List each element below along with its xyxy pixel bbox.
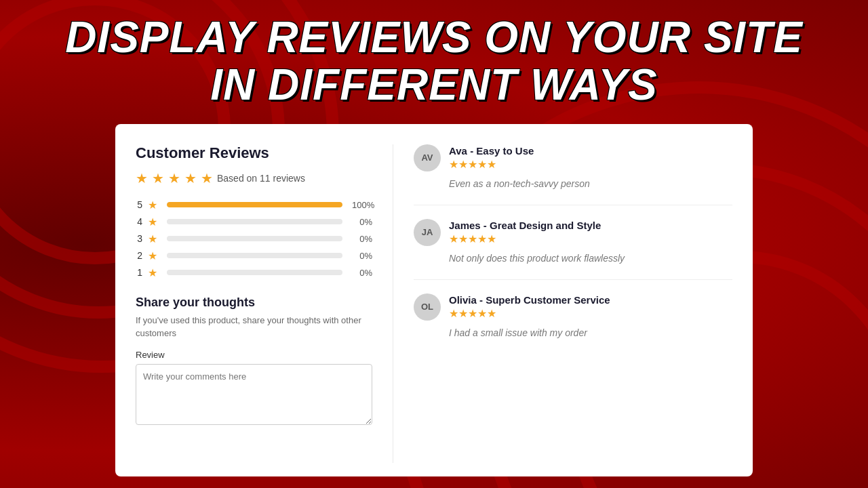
reviewer-stars: ★★★★★ bbox=[449, 307, 610, 320]
overall-stars-row: ★ ★ ★ ★ ★ Based on 11 reviews bbox=[136, 170, 372, 186]
review-label: Review bbox=[136, 350, 372, 360]
pct-label: 0% bbox=[352, 234, 372, 244]
review-star: ★ bbox=[468, 159, 477, 170]
right-panel: AV Ava - Easy to Use ★★★★★ Even as a non… bbox=[393, 144, 732, 463]
reviewer-name: Ava - Easy to Use bbox=[449, 145, 534, 157]
star-5: ★ bbox=[201, 170, 213, 186]
review-textarea[interactable] bbox=[136, 364, 372, 425]
review-star: ★ bbox=[449, 308, 458, 319]
rating-row: 1 ★ 0% bbox=[136, 266, 372, 279]
review-star: ★ bbox=[449, 233, 458, 245]
bar-fill bbox=[167, 202, 342, 207]
bar-track bbox=[167, 202, 342, 207]
reviewer-stars: ★★★★★ bbox=[449, 232, 601, 245]
review-star: ★ bbox=[477, 308, 487, 319]
rating-row: 3 ★ 0% bbox=[136, 232, 372, 245]
pct-label: 0% bbox=[352, 217, 372, 227]
share-section: Share your thoughts If you've used this … bbox=[136, 296, 372, 428]
review-item: OL Olivia - Superb Customer Service ★★★★… bbox=[414, 293, 732, 354]
reviews-heading: Customer Reviews bbox=[136, 144, 372, 162]
reviewer-info: Ava - Easy to Use ★★★★★ bbox=[449, 145, 534, 171]
star-3: ★ bbox=[168, 170, 180, 186]
review-star: ★ bbox=[477, 233, 487, 245]
left-panel: Customer Reviews ★ ★ ★ ★ ★ Based on 11 r… bbox=[136, 144, 393, 463]
rating-num: 1 bbox=[136, 267, 142, 278]
content-card: Customer Reviews ★ ★ ★ ★ ★ Based on 11 r… bbox=[115, 124, 753, 476]
review-star: ★ bbox=[487, 308, 496, 319]
reviewer-info: James - Great Design and Style ★★★★★ bbox=[449, 220, 601, 245]
review-item: AV Ava - Easy to Use ★★★★★ Even as a non… bbox=[414, 144, 732, 205]
rating-num: 5 bbox=[136, 199, 142, 210]
rating-num: 4 bbox=[136, 216, 142, 227]
rating-star: ★ bbox=[148, 199, 157, 211]
review-star: ★ bbox=[468, 233, 477, 245]
review-star: ★ bbox=[449, 159, 458, 170]
rating-num: 2 bbox=[136, 250, 142, 261]
review-excerpt: Not only does this product work flawless… bbox=[414, 251, 732, 266]
page-title: DISPLAY REVIEWS ON YOUR SITE IN DIFFEREN… bbox=[65, 14, 803, 109]
bar-track bbox=[167, 253, 342, 258]
rating-star: ★ bbox=[148, 216, 157, 228]
avatar: JA bbox=[414, 219, 441, 246]
reviewer-stars: ★★★★★ bbox=[449, 158, 534, 171]
rating-star: ★ bbox=[148, 266, 157, 279]
review-star: ★ bbox=[458, 308, 468, 319]
rating-star: ★ bbox=[148, 232, 157, 245]
review-excerpt: Even as a non-tech-savvy person bbox=[414, 177, 732, 191]
review-star: ★ bbox=[458, 233, 468, 245]
pct-label: 100% bbox=[352, 200, 372, 210]
review-item: JA James - Great Design and Style ★★★★★ … bbox=[414, 219, 732, 280]
rating-row: 5 ★ 100% bbox=[136, 199, 372, 211]
star-2: ★ bbox=[152, 170, 164, 186]
rating-row: 4 ★ 0% bbox=[136, 216, 372, 228]
page-wrapper: DISPLAY REVIEWS ON YOUR SITE IN DIFFEREN… bbox=[0, 0, 868, 488]
review-excerpt: I had a small issue with my order bbox=[414, 326, 732, 340]
share-title: Share your thoughts bbox=[136, 296, 372, 310]
review-star: ★ bbox=[487, 159, 496, 170]
review-star: ★ bbox=[468, 308, 477, 319]
reviewer-header: AV Ava - Easy to Use ★★★★★ bbox=[414, 144, 732, 171]
reviewer-header: JA James - Great Design and Style ★★★★★ bbox=[414, 219, 732, 246]
share-desc: If you've used this product, share your … bbox=[136, 314, 372, 340]
reviewer-header: OL Olivia - Superb Customer Service ★★★★… bbox=[414, 293, 732, 321]
avatar: AV bbox=[414, 144, 441, 171]
bar-track bbox=[167, 236, 342, 241]
pct-label: 0% bbox=[352, 268, 372, 278]
rating-num: 3 bbox=[136, 233, 142, 244]
star-4: ★ bbox=[184, 170, 197, 186]
reviewer-name: Olivia - Superb Customer Service bbox=[449, 294, 610, 306]
review-star: ★ bbox=[477, 159, 487, 170]
avatar: OL bbox=[414, 293, 441, 321]
bar-track bbox=[167, 270, 342, 275]
star-1: ★ bbox=[136, 170, 148, 186]
reviewer-info: Olivia - Superb Customer Service ★★★★★ bbox=[449, 294, 610, 320]
bar-track bbox=[167, 219, 342, 224]
based-on-label: Based on 11 reviews bbox=[217, 173, 305, 184]
rating-star: ★ bbox=[148, 249, 157, 262]
reviewer-name: James - Great Design and Style bbox=[449, 220, 601, 231]
pct-label: 0% bbox=[352, 251, 372, 261]
review-star: ★ bbox=[458, 159, 468, 170]
rating-bars: 5 ★ 100% 4 ★ 0% 3 ★ 0% 2 ★ bbox=[136, 199, 372, 279]
rating-row: 2 ★ 0% bbox=[136, 249, 372, 262]
review-star: ★ bbox=[487, 233, 496, 245]
